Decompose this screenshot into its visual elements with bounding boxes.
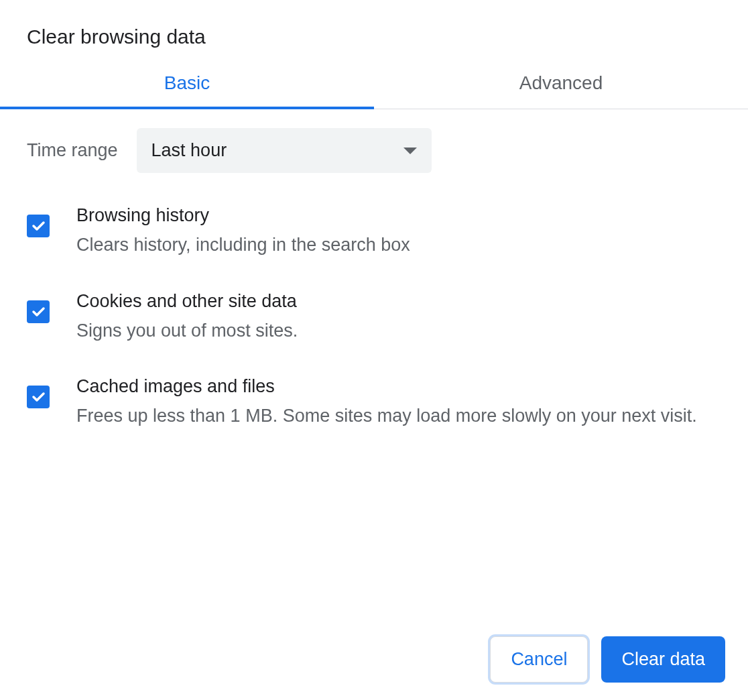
dialog-content: Time range Last hour Browsing history Cl…	[0, 109, 748, 636]
check-icon	[30, 389, 46, 405]
option-title: Browsing history	[76, 205, 721, 226]
cancel-button[interactable]: Cancel	[490, 636, 588, 683]
option-description: Frees up less than 1 MB. Some sites may …	[76, 402, 721, 430]
option-text: Browsing history Clears history, includi…	[76, 205, 721, 259]
dialog-actions: Cancel Clear data	[0, 636, 748, 700]
clear-data-button[interactable]: Clear data	[601, 636, 725, 683]
clear-browsing-data-dialog: Clear browsing data Basic Advanced Time …	[0, 0, 748, 700]
time-range-row: Time range Last hour	[27, 128, 721, 173]
option-text: Cached images and files Frees up less th…	[76, 376, 721, 430]
checkbox-cookies[interactable]	[27, 300, 50, 323]
checkbox-cached[interactable]	[27, 386, 50, 408]
option-cookies: Cookies and other site data Signs you ou…	[27, 291, 721, 345]
option-text: Cookies and other site data Signs you ou…	[76, 291, 721, 345]
time-range-selected: Last hour	[151, 140, 227, 161]
check-icon	[30, 218, 46, 234]
option-description: Signs you out of most sites.	[76, 317, 721, 345]
option-cached: Cached images and files Frees up less th…	[27, 376, 721, 430]
option-description: Clears history, including in the search …	[76, 231, 721, 259]
checkbox-browsing-history[interactable]	[27, 215, 50, 237]
option-title: Cookies and other site data	[76, 291, 721, 312]
option-browsing-history: Browsing history Clears history, includi…	[27, 205, 721, 259]
dialog-title: Clear browsing data	[0, 0, 748, 60]
option-title: Cached images and files	[76, 376, 721, 397]
chevron-down-icon	[403, 148, 417, 154]
tab-advanced[interactable]: Advanced	[374, 60, 748, 109]
time-range-label: Time range	[27, 140, 118, 161]
time-range-select[interactable]: Last hour	[137, 128, 432, 173]
tab-basic[interactable]: Basic	[0, 60, 374, 109]
check-icon	[30, 304, 46, 320]
tabs: Basic Advanced	[0, 60, 748, 109]
